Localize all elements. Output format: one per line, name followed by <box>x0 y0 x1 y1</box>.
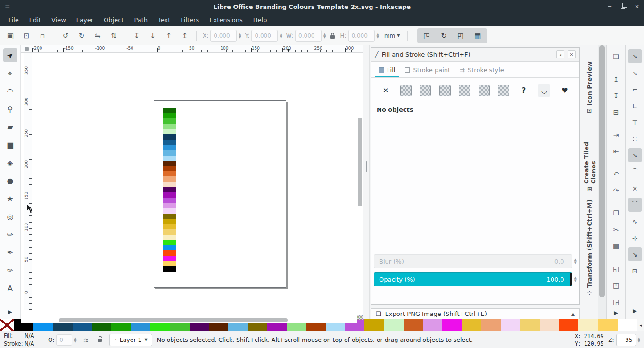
scale-patterns-toggle[interactable]: ▦ <box>471 29 484 42</box>
export-png-panel-header[interactable]: ❏ Export PNG Image (Shift+Ctrl+E) ▲ <box>371 308 580 319</box>
palette-color-swatch[interactable] <box>423 319 442 331</box>
page-color-swatch[interactable] <box>163 261 176 266</box>
zoom-tool[interactable]: ⚲ <box>3 102 17 116</box>
palette-color-swatch[interactable] <box>501 319 520 331</box>
palette-color-swatch[interactable] <box>442 319 462 331</box>
height-field[interactable]: 0.000 <box>348 30 375 42</box>
scale-gradients-toggle[interactable]: ◰ <box>454 29 467 42</box>
snap-bbox-edges-icon[interactable]: ⌐ <box>628 81 642 98</box>
tab-stroke-paint[interactable]: Stroke paint <box>401 64 454 77</box>
snap-bbox-corners-icon[interactable]: ∟ <box>628 98 642 114</box>
page-color-swatch[interactable] <box>163 203 176 208</box>
object-opacity-field[interactable]: 0 <box>56 334 72 346</box>
commands-bar-expander[interactable]: ▶ <box>614 310 618 316</box>
close-button[interactable]: ✕ <box>635 3 639 10</box>
page-color-swatch[interactable] <box>163 256 176 261</box>
opacity-slider[interactable]: Opacity (%) 100.0 <box>374 272 572 286</box>
page-color-swatch[interactable] <box>163 266 176 272</box>
object-opacity-spinner[interactable]: ▲▼ <box>74 337 76 343</box>
export-icon[interactable]: ⇤ <box>610 143 623 159</box>
menu-object[interactable]: Object <box>99 15 128 25</box>
menu-path[interactable]: Path <box>129 15 152 25</box>
rectangle-tool[interactable]: ■ <box>3 138 17 152</box>
rotate-cw-icon[interactable]: ↻ <box>75 29 88 42</box>
unknown-paint-icon[interactable]: ? <box>518 84 530 97</box>
menu-edit[interactable]: Edit <box>25 15 46 25</box>
snap-smooth-nodes-icon[interactable]: ∿ <box>628 213 642 230</box>
dialog-close-icon[interactable]: ✕ <box>568 50 576 58</box>
vertical-scrollbar-thumb[interactable] <box>358 118 362 206</box>
page-color-swatch[interactable] <box>163 250 176 256</box>
snap-bbox-centers-icon[interactable]: ∷ <box>628 131 642 147</box>
raise-to-top-icon[interactable]: ↥ <box>178 29 191 42</box>
palette-color-swatch[interactable] <box>578 319 598 331</box>
copy-icon[interactable]: ❐ <box>610 205 623 221</box>
menu-layer[interactable]: Layer <box>72 15 98 25</box>
snap-nodes-icon[interactable]: ↘ <box>628 148 642 162</box>
palette-color-swatch[interactable] <box>364 319 384 331</box>
x-field[interactable]: 0.000 <box>210 30 237 42</box>
height-spinner[interactable]: ▲▼ <box>377 33 379 39</box>
menu-extensions[interactable]: Extensions <box>205 15 248 25</box>
tab-icon-preview[interactable]: ⊡Icon Preview <box>586 51 593 113</box>
page-color-swatch[interactable] <box>163 240 176 245</box>
dock-splitter[interactable] <box>363 45 370 319</box>
print-icon[interactable]: ⊟ <box>610 104 623 120</box>
page-color-swatch[interactable] <box>163 229 176 234</box>
horizontal-ruler[interactable]: -200-150-100-50050100150200250300 <box>21 45 363 53</box>
snap-paths-icon[interactable]: ⌒ <box>628 164 642 180</box>
snap-object-centers-icon[interactable]: ↘ <box>628 247 642 261</box>
redo-icon[interactable]: ↷ <box>610 182 623 199</box>
page-color-swatch[interactable] <box>163 176 176 182</box>
palette-color-swatch[interactable] <box>462 319 481 331</box>
layer-lock-icon[interactable] <box>95 336 105 344</box>
no-paint-icon[interactable]: ✕ <box>380 84 392 97</box>
cut-icon[interactable]: ✂ <box>610 221 623 238</box>
page-color-swatch[interactable] <box>163 161 176 166</box>
palette-color-swatch[interactable] <box>598 319 617 331</box>
page-color-swatch[interactable] <box>163 182 176 187</box>
page-color-swatch[interactable] <box>163 198 176 203</box>
tab-fill[interactable]: Fill <box>375 64 399 77</box>
blur-spinner[interactable]: ▲▼ <box>574 254 577 268</box>
restore-button[interactable] <box>621 5 625 9</box>
horizontal-scrollbar[interactable] <box>21 317 357 323</box>
page-color-swatch[interactable] <box>163 208 176 214</box>
palette-color-swatch[interactable] <box>404 319 423 331</box>
layer-selector[interactable]: • Layer 1 ▼ <box>109 334 152 346</box>
page-color-swatch[interactable] <box>163 108 176 113</box>
lower-one-step-icon[interactable]: ↓ <box>146 29 159 42</box>
page-color-swatch[interactable] <box>163 171 176 176</box>
splitter-handle[interactable] <box>366 161 367 172</box>
page-color-swatch[interactable] <box>163 140 176 145</box>
page-color-swatch[interactable] <box>163 245 176 250</box>
snap-rotation-centers-icon[interactable]: ⊡ <box>628 263 642 279</box>
page-color-swatch[interactable] <box>163 192 176 198</box>
width-spinner[interactable]: ▲▼ <box>323 33 326 39</box>
page-color-swatch[interactable] <box>163 129 176 134</box>
page-color-swatch[interactable] <box>163 124 176 129</box>
canvas-area[interactable]: -200-150-100-50050100150200250300 350300… <box>21 45 363 319</box>
vertical-scrollbar[interactable] <box>357 53 363 310</box>
pen-tool[interactable]: ✒ <box>3 245 17 259</box>
tab-create-tiled-clones[interactable]: ⊞Create Tiled Clones <box>583 119 597 191</box>
select-all-layers-icon[interactable]: ⊡ <box>20 29 33 42</box>
node-tool[interactable]: ⌖ <box>3 66 17 80</box>
y-spinner[interactable]: ▲▼ <box>280 33 282 39</box>
minimize-button[interactable]: ─ <box>608 3 611 10</box>
page-color-swatch[interactable] <box>163 235 176 240</box>
page-color-swatch[interactable] <box>163 166 176 171</box>
horizontal-scrollbar-thumb[interactable] <box>59 318 288 322</box>
scale-stroke-width-toggle[interactable]: ◳ <box>420 29 433 42</box>
zoom-spinner[interactable]: ▲▼ <box>638 337 640 343</box>
new-document-icon[interactable]: ❏ <box>610 48 623 65</box>
palette-scroll-arrow-icon[interactable]: ◂ <box>637 319 644 331</box>
palette-color-swatch[interactable] <box>540 319 559 331</box>
page-color-swatch[interactable] <box>163 214 176 219</box>
menu-filters[interactable]: Filters <box>176 15 204 25</box>
pattern-icon[interactable] <box>479 85 490 96</box>
tab-stroke-style[interactable]: ⇉ Stroke style <box>456 64 508 77</box>
palette-no-color-swatch[interactable] <box>0 319 14 331</box>
deselect-icon[interactable]: ▫ <box>36 29 49 42</box>
document-page[interactable] <box>154 100 286 288</box>
